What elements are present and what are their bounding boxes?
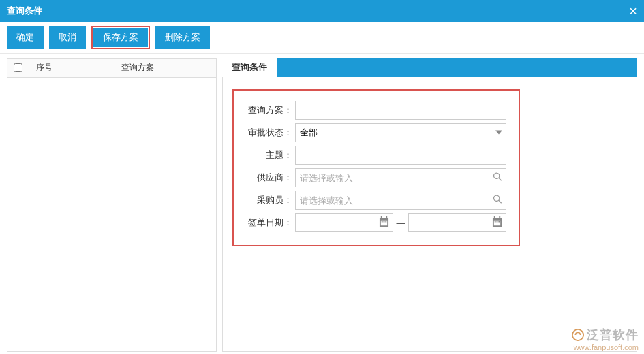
row-buyer: 采购员： [241, 191, 506, 210]
tab-condition[interactable]: 查询条件 [222, 58, 277, 77]
condition-panel: 查询条件 查询方案： 审批状态： [222, 58, 637, 352]
label-approve: 审批状态： [241, 127, 292, 139]
delete-plan-button[interactable]: 删除方案 [155, 26, 210, 49]
supplier-input[interactable] [295, 168, 506, 187]
save-plan-highlight: 保存方案 [91, 26, 150, 49]
condition-tabbar: 查询条件 [222, 58, 637, 77]
row-plan: 查询方案： [241, 101, 506, 120]
plan-input[interactable] [295, 101, 506, 120]
select-all-checkbox[interactable] [14, 63, 22, 72]
plan-list-header: 序号 查询方案 [7, 59, 216, 78]
row-approve: 审批状态： [241, 123, 506, 142]
buyer-input[interactable] [295, 191, 506, 210]
plan-list-panel: 序号 查询方案 [7, 58, 217, 352]
save-plan-button[interactable]: 保存方案 [93, 28, 148, 47]
close-icon[interactable]: × [629, 4, 637, 18]
date-to-input[interactable] [408, 213, 506, 232]
dialog-header: 查询条件 × [0, 0, 644, 22]
condition-form-highlight: 查询方案： 审批状态： 主题： [232, 89, 520, 246]
label-buyer: 采购员： [241, 194, 292, 206]
date-sep: — [396, 218, 405, 228]
row-subject: 主题： [241, 146, 506, 165]
label-supplier: 供应商： [241, 172, 292, 184]
row-sign-date: 签单日期： — [241, 213, 506, 232]
label-plan: 查询方案： [241, 104, 292, 116]
content-area: 序号 查询方案 查询条件 查询方案： 审批状态： [0, 54, 644, 354]
col-plan-name: 查询方案 [59, 59, 216, 77]
label-sign-date: 签单日期： [241, 216, 292, 229]
condition-form-wrap: 查询方案： 审批状态： 主题： [222, 77, 637, 352]
row-supplier: 供应商： [241, 168, 506, 187]
approve-select[interactable] [295, 123, 506, 142]
toolbar: 确定 取消 保存方案 删除方案 [0, 22, 644, 54]
select-all-cell [7, 59, 29, 77]
plan-list-body [7, 78, 216, 351]
subject-input[interactable] [295, 146, 506, 165]
col-seq: 序号 [29, 59, 59, 77]
date-from-input[interactable] [295, 213, 393, 232]
cancel-button[interactable]: 取消 [49, 26, 86, 49]
ok-button[interactable]: 确定 [7, 26, 44, 49]
dialog-title: 查询条件 [7, 5, 42, 17]
label-subject: 主题： [241, 149, 292, 161]
